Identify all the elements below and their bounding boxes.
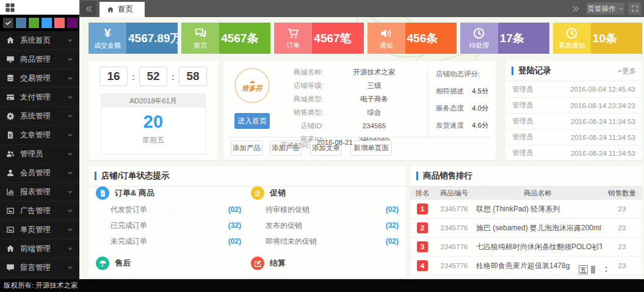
- edit-circle-icon: [251, 257, 264, 270]
- bar-chart-icon: [6, 188, 15, 196]
- chevron-down-icon: [67, 56, 73, 62]
- stat-card[interactable]: ¥成交金额4567.89万: [89, 23, 178, 54]
- sidebar-item[interactable]: 系统首页: [0, 31, 79, 50]
- chef-hat-icon: ☁: [249, 79, 255, 84]
- sidebar-item[interactable]: 支付管理: [0, 88, 79, 107]
- gears-icon: [6, 112, 15, 120]
- tab-operations-label: 页签操作: [588, 4, 616, 13]
- home-icon: [6, 36, 15, 45]
- sidebar-item[interactable]: 系统管理: [0, 107, 79, 126]
- login-user: 管理员: [512, 133, 534, 142]
- status-row: 代发货订单(02): [96, 202, 241, 217]
- ime-mode-block[interactable]: [591, 266, 595, 274]
- doc-file-circle-icon: [96, 186, 109, 200]
- sidebar-item[interactable]: 管理员: [0, 145, 79, 164]
- rating-value: 4.5分: [472, 87, 489, 95]
- login-user: 管理员: [512, 148, 534, 158]
- fullscreen-icon: [631, 5, 639, 12]
- sidebar-item-label: 前端管理: [20, 244, 67, 254]
- stat-card[interactable]: 待处理17条: [460, 23, 549, 54]
- status-label: 代发货订单: [110, 205, 147, 215]
- shop-info-value: 234565: [324, 119, 425, 133]
- sidebar-item[interactable]: 广告管理: [0, 202, 79, 221]
- users-icon: [6, 150, 15, 158]
- sidebar-item[interactable]: 文章管理: [0, 126, 79, 145]
- shop-action-button[interactable]: 添加产品: [231, 141, 262, 156]
- sales-qty: 23: [602, 262, 642, 269]
- status-count-link[interactable]: (02): [228, 205, 241, 214]
- product-sku: 2345776: [435, 205, 474, 213]
- chevron-down-icon: [67, 170, 73, 176]
- sales-rank-row: 5: [410, 276, 642, 278]
- rating-label: 发货速度: [436, 122, 464, 129]
- home-icon: [107, 6, 114, 13]
- status-footer-title: 结算: [270, 258, 286, 269]
- sidebar-item[interactable]: 报表管理: [0, 183, 79, 202]
- sidebar-item[interactable]: 交易管理: [0, 69, 79, 88]
- shop-info-label: 销售类型:: [276, 106, 324, 119]
- header-accent-bar: [512, 67, 513, 75]
- header-accent-bar: [95, 172, 96, 180]
- sales-rank-header: 排名商品编号商品名称销售数量: [410, 186, 642, 200]
- clock-minutes: 52: [139, 67, 167, 86]
- status-count-link[interactable]: (32): [386, 221, 399, 230]
- status-count-link[interactable]: (02): [228, 237, 241, 246]
- status-row: 待审核的促销(02): [251, 202, 399, 217]
- enter-homepage-button[interactable]: 进入首页: [234, 113, 270, 129]
- chevron-down-icon: [67, 265, 73, 271]
- ime-menu-dots[interactable]: ⁚: [605, 266, 607, 273]
- login-log-panel: 登陆记录 +更多 管理员2016-08-04 12:45:43管理员2016-0…: [505, 61, 642, 160]
- sidebar-item[interactable]: 商品管理: [0, 50, 79, 69]
- forward-tabs-button[interactable]: [568, 1, 583, 16]
- swatch-theme-current[interactable]: [3, 18, 13, 28]
- stat-card-value: 10条: [591, 23, 642, 54]
- tab-operations-dropdown[interactable]: 页签操作: [587, 2, 624, 15]
- fullscreen-button[interactable]: [628, 2, 641, 15]
- ime-toolbar[interactable]: 五 ·. ⁚: [579, 265, 607, 274]
- ime-candidate[interactable]: 五: [579, 265, 588, 274]
- status-count-link[interactable]: (02): [386, 205, 399, 214]
- stat-card-left: 订单: [274, 23, 312, 54]
- file-text-icon: [6, 131, 15, 139]
- swatch-theme-red[interactable]: [54, 18, 65, 28]
- stat-card-value: 456条: [405, 23, 457, 54]
- status-count-link[interactable]: (32): [228, 221, 241, 230]
- sidebar-item[interactable]: 单页管理: [0, 221, 79, 239]
- status-group-title: 订单& 商品: [115, 188, 154, 199]
- shop-info-value: 开源技术之家: [324, 65, 425, 79]
- stat-card-label: 通知: [380, 41, 393, 50]
- rank-cell: 2: [410, 222, 435, 233]
- swatch-theme-blue[interactable]: [42, 18, 52, 28]
- swatch-theme-steelblue[interactable]: [16, 18, 26, 28]
- sidebar-item[interactable]: 前端管理: [0, 239, 79, 258]
- stat-card-label: 待处理: [469, 41, 489, 50]
- shop-action-button[interactable]: 新增单页面: [350, 141, 392, 156]
- collapse-tabs-button[interactable]: [81, 1, 96, 16]
- rating-row: 发货速度4.6分: [436, 121, 492, 130]
- product-name: 联想 (ThinkPad) 轻薄系列: [474, 204, 602, 214]
- sidebar-item-label: 交易管理: [20, 73, 67, 84]
- status-count-link[interactable]: (02): [386, 237, 399, 246]
- main-content: ¥成交金额4567.89万留言4567条订单4567笔通知456条待处理17条紧…: [79, 17, 644, 279]
- sidebar: 系统首页商品管理交易管理支付管理系统管理文章管理管理员会员管理报表管理广告管理单…: [0, 0, 79, 279]
- status-footer-header: 结算: [251, 255, 286, 272]
- tab-home[interactable]: 首页: [99, 2, 145, 17]
- sidebar-item[interactable]: 留言管理: [0, 258, 79, 277]
- swatch-theme-green[interactable]: [29, 18, 39, 28]
- sidebar-item[interactable]: 会员管理: [0, 164, 79, 183]
- sidebar-item-label: 文章管理: [20, 130, 67, 141]
- stat-card[interactable]: 紧急通知10条: [553, 23, 642, 54]
- ime-dim-dot: ·.: [598, 266, 602, 273]
- chevron-down-icon: [618, 6, 624, 12]
- sales-qty: 23: [602, 243, 642, 250]
- app-logo[interactable]: [0, 0, 79, 15]
- stat-card[interactable]: 通知456条: [367, 23, 457, 54]
- admin-dashboard: 系统首页商品管理交易管理支付管理系统管理文章管理管理员会员管理报表管理广告管理单…: [0, 0, 644, 292]
- more-link[interactable]: +更多: [618, 67, 636, 76]
- stat-card[interactable]: 留言4567条: [181, 23, 270, 54]
- stat-card-label: 订单: [286, 41, 300, 50]
- cart-icon: [287, 27, 300, 40]
- stat-card[interactable]: 订单4567笔: [274, 23, 363, 54]
- swatch-theme-purple[interactable]: [67, 18, 78, 28]
- login-log-row: 管理员2016-08-24 11:34:53: [505, 145, 642, 161]
